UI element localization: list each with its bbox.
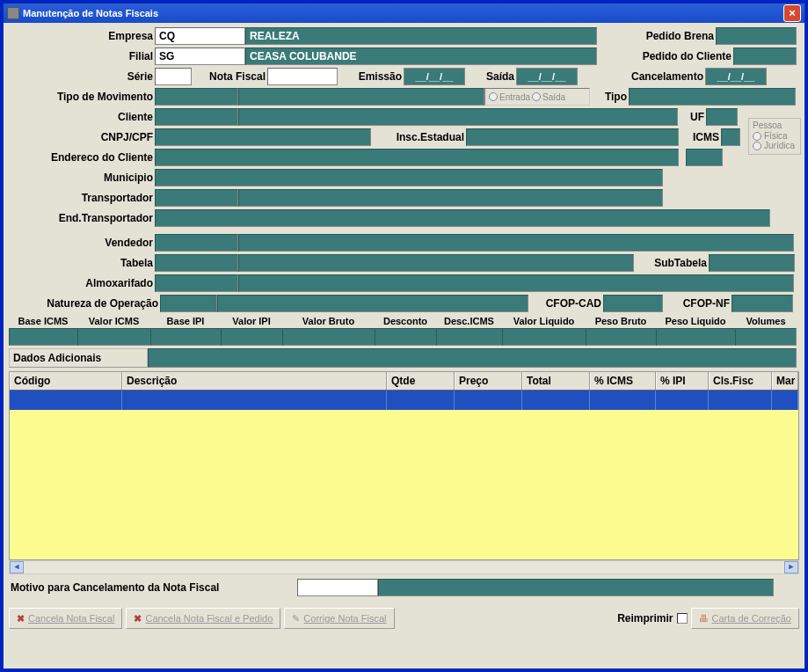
cancelamento-label: Cancelamento: [578, 70, 705, 83]
th-desconto: Desconto: [375, 316, 436, 326]
subtabela-field[interactable]: [709, 254, 795, 272]
almox-code-field[interactable]: [155, 274, 238, 292]
endereco-field[interactable]: [155, 149, 679, 166]
motivo-input[interactable]: [297, 579, 378, 596]
almox-label: Almoxarifado: [9, 277, 155, 289]
tabela-code-field[interactable]: [155, 254, 238, 272]
col-total[interactable]: Total: [522, 372, 590, 390]
serie-label: Série: [9, 70, 155, 83]
horizontal-scrollbar[interactable]: ◄ ►: [9, 560, 799, 574]
buttons-row: ✖ Cancela Nota Fiscal ✖ Cancela Nota Fis…: [4, 604, 804, 632]
saida-label: Saída: [465, 70, 516, 83]
tv-peso-liquido: [656, 328, 735, 346]
transp-code-field[interactable]: [155, 189, 238, 207]
insc-field[interactable]: [466, 128, 679, 146]
pessoa-label: Pessoa: [753, 121, 797, 130]
natureza-code-field[interactable]: [160, 295, 217, 312]
municipio-field[interactable]: [155, 169, 663, 186]
reimprimir-checkbox[interactable]: [677, 613, 688, 624]
pessoa-fisica-label: Física: [764, 131, 788, 141]
empresa-code-input[interactable]: CQ: [155, 27, 245, 45]
cliente-label: Cliente: [9, 111, 155, 123]
filial-label: Filial: [9, 50, 155, 62]
endereco-num-field[interactable]: [686, 149, 723, 166]
saida-field[interactable]: __/__/__: [516, 68, 578, 85]
filial-code-input[interactable]: SG: [155, 47, 245, 65]
cancelamento-field[interactable]: __/__/__: [705, 68, 767, 85]
uf-field[interactable]: [706, 108, 738, 126]
grid-selected-row[interactable]: [10, 391, 798, 410]
edit-icon: ✎: [292, 613, 300, 625]
dados-adicionais-field[interactable]: [148, 348, 797, 368]
tv-valor-bruto: [282, 328, 375, 346]
saida-rb-label: Saída: [542, 92, 565, 102]
tipo-mov-label: Tipo de Movimento: [9, 91, 155, 103]
carta-correcao-label: Carta de Correção: [712, 613, 792, 624]
tipo-mov-code-field[interactable]: [155, 88, 238, 106]
th-valor-icms: Valor ICMS: [77, 316, 150, 326]
cancela-nf-pedido-label: Cancela Nota Fiscal e Pedido: [145, 613, 273, 624]
grid-header: Código Descrição Qtde Preço Total % ICMS…: [10, 372, 798, 391]
col-clsfisc[interactable]: Cls.Fisc: [709, 372, 772, 390]
saida-radio[interactable]: [532, 92, 541, 101]
cancela-nf-button[interactable]: ✖ Cancela Nota Fiscal: [9, 608, 122, 629]
col-icms[interactable]: % ICMS: [590, 372, 656, 390]
th-peso-bruto: Peso Bruto: [586, 316, 656, 326]
notafiscal-input[interactable]: [267, 68, 338, 85]
pedido-cliente-field[interactable]: [733, 47, 797, 65]
col-ipi[interactable]: % IPI: [656, 372, 709, 390]
tv-base-icms: [9, 328, 77, 346]
items-grid: Código Descrição Qtde Preço Total % ICMS…: [9, 371, 799, 560]
vendedor-code-field[interactable]: [155, 234, 238, 252]
carta-correcao-button[interactable]: 🖶 Carta de Correção: [691, 608, 800, 629]
transp-name-field: [238, 189, 663, 207]
cnpj-field[interactable]: [155, 128, 371, 146]
corrige-nf-label: Corrige Nota Fiscal: [303, 613, 386, 624]
reimprimir-label: Reimprimir: [617, 612, 673, 625]
cancela-nf-pedido-button[interactable]: ✖ Cancela Nota Fiscal e Pedido: [126, 608, 280, 629]
entrada-radio[interactable]: [489, 92, 498, 101]
col-descricao[interactable]: Descrição: [122, 372, 387, 390]
icms-field[interactable]: [721, 128, 740, 146]
tipo-mov-name-field: [238, 88, 484, 106]
scroll-right-button[interactable]: ►: [784, 561, 798, 573]
emissao-field[interactable]: __/__/__: [404, 68, 465, 85]
tv-volumes: [735, 328, 797, 346]
tv-valor-icms: [77, 328, 150, 346]
titlebar: Manutenção de Notas Fiscais ×: [4, 4, 804, 23]
col-qtde[interactable]: Qtde: [387, 372, 455, 390]
dados-adicionais-label: Dados Adicionais: [9, 348, 148, 368]
col-mar[interactable]: Mar: [772, 372, 798, 390]
grid-body[interactable]: [10, 410, 798, 559]
close-button[interactable]: ×: [783, 4, 801, 22]
transp-label: Transportador: [9, 192, 155, 204]
natureza-name-field: [217, 295, 528, 312]
pedido-brena-field[interactable]: [716, 27, 797, 45]
cfop-nf-field[interactable]: [732, 295, 793, 312]
totals-row: [9, 328, 799, 346]
col-preco[interactable]: Preço: [455, 372, 522, 390]
cfop-nf-label: CFOP-NF: [663, 297, 732, 310]
icms-label: ICMS: [679, 131, 721, 143]
tipo-field[interactable]: [629, 88, 796, 106]
cancel-icon: ✖: [134, 613, 142, 625]
scroll-left-button[interactable]: ◄: [10, 561, 24, 573]
notafiscal-label: Nota Fiscal: [192, 70, 267, 83]
vendedor-name-field: [238, 234, 794, 252]
end-transp-field[interactable]: [155, 209, 770, 227]
pessoa-group: Pessoa Física Jurídica: [748, 118, 801, 155]
cliente-code-field[interactable]: [155, 108, 238, 126]
th-base-ipi: Base IPI: [150, 316, 221, 326]
col-codigo[interactable]: Código: [10, 372, 122, 390]
vendedor-label: Vendedor: [9, 237, 155, 249]
pessoa-juridica-label: Jurídica: [764, 141, 795, 150]
cancel-icon: ✖: [17, 613, 25, 625]
cfop-cad-field[interactable]: [603, 295, 663, 312]
serie-input[interactable]: [155, 68, 192, 85]
uf-label: UF: [678, 111, 706, 123]
end-transp-label: End.Transportador: [9, 212, 155, 224]
pessoa-juridica-radio[interactable]: [753, 142, 761, 150]
pessoa-fisica-radio[interactable]: [753, 132, 761, 141]
pedido-brena-label: Pedido Brena: [597, 30, 716, 42]
corrige-nf-button[interactable]: ✎ Corrige Nota Fiscal: [284, 608, 394, 629]
